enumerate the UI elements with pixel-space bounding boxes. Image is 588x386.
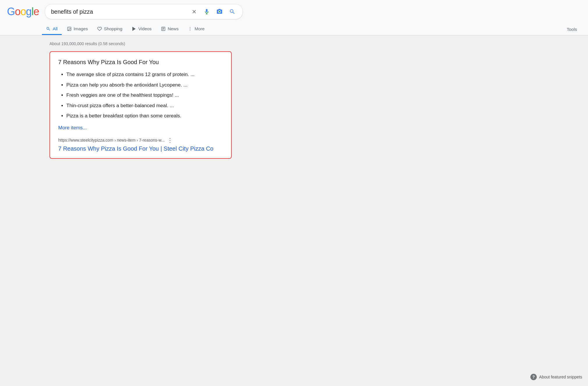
svg-point-0 — [219, 11, 220, 13]
tab-news-label: News — [168, 26, 179, 31]
list-item: Pizza is a better breakfast option than … — [66, 112, 223, 120]
image-tab-icon — [67, 27, 72, 31]
list-item: Thin-crust pizza offers a better-balance… — [66, 102, 223, 110]
google-logo: Google — [7, 6, 39, 18]
more-tab-icon — [188, 27, 192, 31]
svg-point-10 — [190, 30, 190, 30]
snippet-options-button[interactable]: ⋮ — [167, 137, 173, 144]
snippet-title: 7 Reasons Why Pizza Is Good For You — [58, 59, 223, 66]
info-icon: ? — [530, 374, 537, 380]
search-bar — [45, 4, 243, 19]
header: Google — [0, 0, 588, 35]
about-featured-snippets[interactable]: ? About featured snippets — [530, 374, 582, 380]
microphone-icon — [203, 8, 210, 15]
search-bar-icons — [190, 7, 237, 16]
snippet-result-link[interactable]: 7 Reasons Why Pizza Is Good For You | St… — [58, 145, 213, 152]
tab-images[interactable]: Images — [63, 23, 92, 35]
tools-button[interactable]: Tools — [563, 24, 581, 35]
svg-point-9 — [190, 29, 190, 29]
search-icon — [229, 8, 235, 15]
news-tab-icon — [161, 27, 166, 31]
shopping-tab-icon — [97, 27, 102, 31]
close-icon — [191, 9, 197, 15]
results-stats: About 193,000,000 results (0.58 seconds) — [49, 41, 232, 46]
video-tab-icon — [132, 27, 136, 31]
tab-news[interactable]: News — [157, 23, 183, 35]
featured-snippet: 7 Reasons Why Pizza Is Good For You The … — [49, 51, 232, 159]
more-items-link[interactable]: More items... — [58, 125, 87, 131]
tab-more[interactable]: More — [184, 23, 208, 35]
list-item: Fresh veggies are one of the healthiest … — [66, 91, 223, 99]
camera-icon — [216, 8, 223, 15]
tab-more-label: More — [194, 26, 204, 31]
voice-search-button[interactable] — [202, 7, 211, 16]
list-item: Pizza can help you absorb the antioxidan… — [66, 81, 223, 89]
svg-marker-3 — [133, 27, 135, 31]
tab-videos[interactable]: Videos — [127, 23, 156, 35]
list-item: The average slice of pizza contains 12 g… — [66, 71, 223, 78]
clear-search-button[interactable] — [190, 8, 198, 16]
snippet-list: The average slice of pizza contains 12 g… — [58, 71, 223, 120]
search-tab-icon — [46, 27, 51, 31]
svg-point-2 — [68, 28, 69, 28]
search-submit-button[interactable] — [228, 7, 237, 16]
tab-videos-label: Videos — [138, 26, 152, 31]
tab-images-label: Images — [74, 26, 88, 31]
nav-tabs: All Images Shopping Videos News — [7, 23, 581, 35]
header-top: Google — [7, 4, 581, 19]
image-search-button[interactable] — [215, 7, 224, 16]
search-input[interactable] — [51, 8, 187, 15]
tab-shopping[interactable]: Shopping — [93, 23, 126, 35]
snippet-url-row: https://www.steelcitypizza.com › news-it… — [58, 137, 223, 144]
tab-all-label: All — [53, 26, 58, 31]
svg-point-8 — [190, 27, 190, 28]
tab-all[interactable]: All — [42, 23, 62, 35]
about-snippets-label: About featured snippets — [539, 375, 582, 379]
tab-shopping-label: Shopping — [104, 26, 122, 31]
snippet-url: https://www.steelcitypizza.com › news-it… — [58, 138, 165, 142]
main-content: About 193,000,000 results (0.58 seconds)… — [0, 36, 239, 172]
